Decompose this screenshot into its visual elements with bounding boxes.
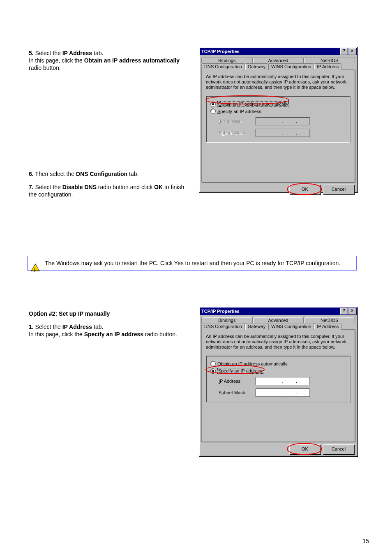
bold-text: IP Address: [62, 324, 92, 330]
description-text: An IP address can be automatically assig…: [206, 74, 350, 90]
tab-netbios[interactable]: NetBIOS: [304, 57, 355, 63]
option2-heading: Option #2: Set up IP manually: [29, 310, 193, 317]
tab-ipaddress[interactable]: IP Address: [314, 323, 341, 330]
radio-icon: [210, 361, 216, 366]
instruction-block-1: 5. Select the IP Address tab. In this pa…: [29, 44, 193, 204]
radio-obtain-auto[interactable]: Obtain an IP address automatically: [210, 361, 346, 366]
step-number: 1.: [29, 324, 34, 330]
radio-label: Specify an IP address:: [217, 368, 264, 374]
tcpip-dialog-auto: TCP/IP Properties ? × Bindings Advanced …: [199, 47, 357, 192]
ip-address-label: IP Address:: [219, 379, 251, 384]
radio-label: Obtain an IP address automatically: [217, 361, 287, 366]
tab-wins[interactable]: WINS Configuration: [268, 323, 314, 330]
tab-advanced[interactable]: Advanced: [253, 57, 304, 63]
radio-label: Obtain an IP address automatically: [217, 101, 289, 107]
description-text: An IP address can be automatically assig…: [206, 334, 350, 350]
tab-gateway[interactable]: Gateway: [245, 63, 268, 70]
bold-text: Disable DNS: [62, 184, 97, 190]
tab-ipaddress[interactable]: IP Address: [314, 63, 341, 70]
cancel-button[interactable]: Cancel: [323, 185, 354, 194]
text: radio button and click: [97, 184, 154, 190]
bold-text: Specify an IP address: [84, 331, 143, 338]
bold-text: DNS Configuration: [76, 171, 127, 177]
ok-button[interactable]: OK: [289, 185, 321, 194]
text: Select the: [35, 184, 62, 190]
instruction-block-2: Option #2: Set up IP manually 1. Select …: [29, 304, 193, 344]
note-box: ! The Windows may ask you to restart the…: [27, 256, 357, 271]
bold-text: OK: [154, 184, 163, 190]
text: Select the: [35, 50, 62, 56]
ip-address-input: ...: [256, 117, 310, 125]
subnet-mask-label: Subnet Mask:: [219, 130, 251, 135]
dialog-title: TCP/IP Properties: [201, 49, 240, 54]
note-text: The Windows may ask you to restart the P…: [45, 260, 340, 266]
ip-address-input[interactable]: ...: [256, 377, 310, 385]
ip-groupbox: Obtain an IP address automatically Speci…: [206, 356, 350, 403]
subnet-mask-label: Subnet Mask:: [219, 390, 251, 395]
step-number: 5.: [29, 50, 34, 56]
text: In this page, click the: [29, 331, 84, 338]
text: radio button.: [143, 331, 177, 338]
dialog-title: TCP/IP Properties: [201, 309, 240, 314]
tab-dns[interactable]: DNS Configuration: [201, 323, 245, 330]
tab-gateway[interactable]: Gateway: [245, 323, 268, 330]
warning-icon: !: [31, 264, 40, 272]
tab-body: An IP address can be automatically assig…: [201, 69, 355, 182]
tab-dns[interactable]: DNS Configuration: [201, 63, 245, 70]
step-number: 7.: [29, 184, 34, 190]
ip-groupbox: Obtain an IP address automatically Speci…: [206, 96, 350, 143]
radio-obtain-auto[interactable]: Obtain an IP address automatically: [210, 101, 346, 107]
bold-text: Obtain an IP address automatically: [84, 57, 180, 64]
text: tab.: [92, 324, 103, 330]
cancel-button[interactable]: Cancel: [323, 444, 354, 454]
help-button[interactable]: ?: [340, 308, 348, 314]
tab-body: An IP address can be automatically assig…: [201, 329, 355, 442]
radio-icon: [210, 368, 216, 374]
radio-icon: [210, 109, 216, 114]
subnet-mask-input[interactable]: ...: [256, 388, 310, 397]
tcpip-dialog-specify: TCP/IP Properties ? × Bindings Advanced …: [199, 307, 357, 456]
ok-button[interactable]: OK: [289, 444, 321, 454]
tab-advanced[interactable]: Advanced: [253, 317, 304, 323]
tab-netbios[interactable]: NetBIOS: [304, 317, 355, 323]
radio-specify[interactable]: Specify an IP address:: [210, 109, 346, 114]
tab-bindings[interactable]: Bindings: [201, 317, 253, 323]
radio-label: Specify an IP address:: [217, 109, 263, 114]
radio-specify[interactable]: Specify an IP address:: [210, 368, 346, 374]
text: In this page, click the: [29, 57, 84, 64]
close-button[interactable]: ×: [348, 308, 356, 314]
step-number: 6.: [29, 171, 34, 177]
tab-wins[interactable]: WINS Configuration: [268, 63, 314, 70]
subnet-mask-input: ...: [256, 129, 310, 137]
close-button[interactable]: ×: [348, 48, 356, 55]
bold-text: IP Address: [62, 50, 92, 56]
text: tab.: [92, 50, 103, 56]
title-bar[interactable]: TCP/IP Properties ? ×: [200, 48, 357, 55]
tab-bindings[interactable]: Bindings: [201, 57, 253, 63]
text: radio button.: [29, 65, 61, 71]
ip-address-label: IP Address:: [219, 119, 251, 124]
text: Select the: [35, 324, 62, 330]
text: tab.: [127, 171, 138, 177]
radio-icon: [210, 102, 216, 107]
help-button[interactable]: ?: [340, 48, 348, 55]
title-bar[interactable]: TCP/IP Properties ? ×: [200, 308, 357, 315]
text: Then select the: [35, 171, 76, 177]
page-number: 15: [362, 538, 369, 544]
